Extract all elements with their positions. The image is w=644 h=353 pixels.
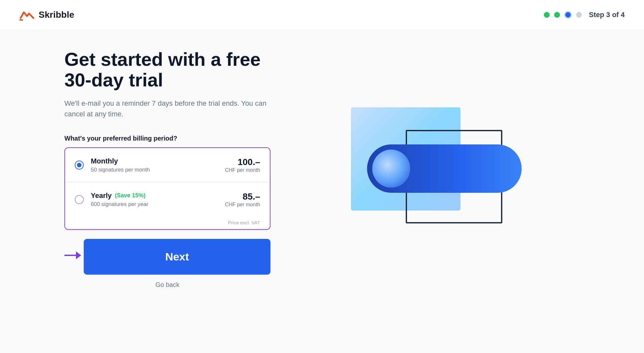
billing-option-yearly[interactable]: Yearly (Save 15%) 600 signatures per yea… — [65, 182, 270, 217]
price-note: Price excl. VAT — [65, 217, 270, 229]
page-subtitle: We'll e-mail you a reminder 7 days befor… — [64, 98, 270, 119]
logo: Skribble — [19, 9, 74, 21]
monthly-price: 100.– CHF per month — [225, 157, 260, 173]
monthly-detail: 50 signatures per month — [91, 167, 225, 173]
monthly-info: Monthly 50 signatures per month — [91, 157, 225, 173]
toggle-knob — [372, 150, 410, 188]
monthly-name: Monthly — [91, 157, 225, 165]
save-badge: (Save 15%) — [115, 192, 146, 199]
monthly-price-unit: CHF per month — [225, 167, 260, 173]
toggle-pill — [367, 144, 522, 193]
logo-text: Skribble — [39, 10, 74, 20]
step-dot-3 — [564, 11, 572, 18]
step-dot-2 — [554, 12, 560, 18]
step-dot-1 — [544, 12, 550, 18]
step-indicator: Step 3 of 4 — [544, 11, 625, 19]
step-label: Step 3 of 4 — [589, 11, 625, 19]
billing-option-monthly[interactable]: Monthly 50 signatures per month 100.– CH… — [65, 148, 270, 182]
yearly-price: 85.– CHF per month — [225, 191, 260, 208]
billing-options: Monthly 50 signatures per month 100.– CH… — [64, 147, 270, 230]
radio-yearly[interactable] — [75, 195, 84, 204]
go-back-link[interactable]: Go back — [64, 281, 270, 289]
page-title: Get started with a free 30-day trial — [64, 49, 270, 90]
yearly-detail: 600 signatures per year — [91, 201, 225, 208]
yearly-info: Yearly (Save 15%) 600 signatures per yea… — [91, 191, 225, 208]
header: Skribble Step 3 of 4 — [0, 0, 644, 30]
step-dot-4 — [576, 12, 582, 18]
left-panel: Get started with a free 30-day trial We'… — [64, 49, 270, 289]
monthly-price-amount: 100.– — [238, 157, 260, 167]
logo-icon — [19, 9, 35, 21]
svg-marker-1 — [76, 251, 81, 259]
yearly-name: Yearly (Save 15%) — [91, 191, 225, 200]
billing-question: What's your preferred billing period? — [64, 135, 270, 142]
yearly-price-amount: 85.– — [243, 191, 260, 201]
yearly-price-unit: CHF per month — [225, 202, 260, 208]
next-button-container: Next — [64, 239, 270, 275]
right-panel — [290, 49, 605, 289]
arrow-icon — [64, 250, 81, 264]
radio-monthly[interactable] — [75, 161, 84, 170]
next-button[interactable]: Next — [84, 239, 270, 275]
illustration — [335, 88, 560, 249]
main-content: Get started with a free 30-day trial We'… — [0, 30, 644, 308]
